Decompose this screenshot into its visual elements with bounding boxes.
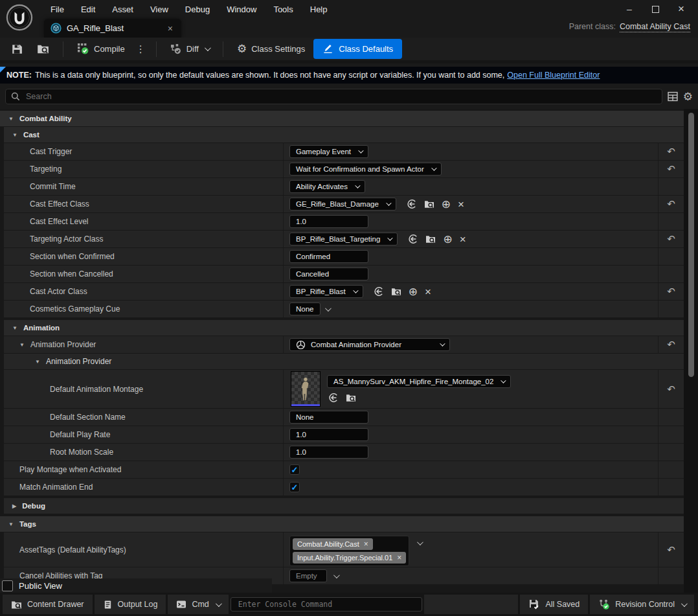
browse-to-asset-icon[interactable]	[424, 199, 434, 209]
reset-to-default-button[interactable]: ↶	[658, 283, 684, 300]
cast-effect-level-input[interactable]: 1.0	[289, 215, 368, 228]
tab-close-icon[interactable]: ×	[166, 23, 175, 34]
revision-control-icon	[598, 599, 610, 610]
minimize-button[interactable]: –	[616, 0, 642, 18]
reset-to-default-button[interactable]: ↶	[658, 143, 684, 160]
compile-options-icon[interactable]: ⋮	[133, 43, 148, 55]
gameplay-tag-container[interactable]: Combat.Ability.Cast× Input.Ability.Trigg…	[289, 536, 409, 566]
property-row-section-when-confirmed: Section when Confirmed Confirmed	[4, 248, 684, 265]
add-element-icon[interactable]: ⊕	[409, 286, 418, 297]
maximize-button[interactable]	[642, 0, 668, 18]
all-saved-indicator[interactable]: All Saved	[520, 595, 588, 614]
public-view-checkbox[interactable]	[2, 580, 13, 591]
gameplay-tag-chip[interactable]: Input.Ability.Trigger.Special.01×	[293, 552, 406, 564]
subsection-animation-provider[interactable]: ▼ Animation Provider	[4, 354, 684, 369]
clear-icon[interactable]: ×	[458, 199, 464, 210]
menu-file[interactable]: File	[43, 1, 72, 17]
class-defaults-button[interactable]: Class Defaults	[313, 39, 402, 59]
clear-icon[interactable]: ×	[460, 234, 466, 245]
scrollbar-thumb[interactable]	[688, 113, 694, 377]
category-tags[interactable]: ▼ Tags	[0, 516, 684, 532]
property-row-commit-time: Commit Time Ability Activates	[4, 178, 684, 195]
chevron-down-icon[interactable]	[324, 305, 331, 312]
commit-time-dropdown[interactable]: Ability Activates	[289, 180, 365, 193]
cancel-abilities-tag-dropdown[interactable]: Empty	[289, 569, 327, 582]
browse-to-asset-icon[interactable]	[425, 234, 436, 244]
property-label: Section when Confirmed	[4, 252, 283, 261]
menu-window[interactable]: Window	[219, 1, 264, 17]
cosmetics-gameplay-cue-dropdown[interactable]: None	[289, 302, 321, 315]
reset-to-default-button[interactable]: ↶	[658, 370, 684, 408]
use-selected-asset-icon[interactable]	[407, 199, 417, 209]
search-box[interactable]	[5, 89, 662, 104]
open-full-blueprint-editor-link[interactable]: Open Full Blueprint Editor	[507, 71, 600, 80]
match-animation-end-checkbox[interactable]: ✓	[289, 482, 300, 492]
menu-tools[interactable]: Tools	[265, 1, 300, 17]
browse-to-asset-icon[interactable]	[346, 393, 356, 403]
class-settings-button[interactable]: ⚙ Class Settings	[231, 40, 311, 58]
chevron-down-icon[interactable]	[333, 572, 340, 578]
property-label: Match Animation End	[4, 483, 283, 492]
menu-edit[interactable]: Edit	[73, 1, 103, 17]
default-animation-montage-dropdown[interactable]: AS_MannySurv_AKM_Hipfire_Fire_Montage_02	[327, 375, 511, 388]
display-filter-icon[interactable]	[668, 91, 678, 102]
parent-class-link[interactable]: Combat Ability Cast	[620, 22, 690, 32]
montage-thumbnail[interactable]	[291, 371, 321, 407]
reset-to-default-button[interactable]: ↶	[658, 336, 684, 353]
console-command-input[interactable]	[237, 599, 416, 610]
tab-strip: GA_Rifle_Blast × Parent class: Combat Ab…	[0, 18, 698, 38]
section-when-confirmed-input[interactable]: Confirmed	[289, 250, 368, 263]
browse-asset-button[interactable]	[31, 39, 55, 59]
gameplay-tag-chip[interactable]: Combat.Ability.Cast×	[293, 538, 373, 550]
use-selected-asset-icon[interactable]	[408, 234, 418, 244]
search-input[interactable]	[25, 91, 657, 102]
category-combat-ability[interactable]: ▼ Combat Ability	[0, 111, 684, 126]
use-selected-asset-icon[interactable]	[328, 393, 339, 403]
details-scrollbar[interactable]	[684, 109, 698, 593]
property-row-root-motion-scale: Root Motion Scale 1.0	[4, 444, 684, 461]
cast-effect-class-dropdown[interactable]: GE_Rifle_Blast_Damage	[289, 198, 396, 211]
output-log-button[interactable]: Output Log	[95, 595, 166, 614]
default-section-name-input[interactable]: None	[289, 411, 368, 424]
section-when-cancelled-input[interactable]: Cancelled	[289, 268, 368, 280]
close-button[interactable]: ×	[668, 0, 694, 18]
reset-to-default-button[interactable]: ↶	[658, 161, 684, 177]
cmd-selector[interactable]: Cmd	[168, 595, 228, 614]
remove-tag-icon[interactable]: ×	[397, 553, 401, 562]
add-element-icon[interactable]: ⊕	[443, 234, 452, 245]
root-motion-scale-input[interactable]: 1.0	[289, 446, 368, 459]
reset-to-default-button[interactable]: ↶	[658, 231, 684, 247]
menu-help[interactable]: Help	[302, 1, 335, 17]
menu-asset[interactable]: Asset	[104, 1, 141, 17]
remove-tag-icon[interactable]: ×	[364, 540, 368, 549]
default-play-rate-input[interactable]: 1.0	[289, 428, 368, 441]
menu-view[interactable]: View	[142, 1, 176, 17]
animation-provider-dropdown[interactable]: Combat Animation Provider	[289, 338, 450, 351]
add-element-icon[interactable]: ⊕	[442, 199, 451, 210]
targeting-actor-class-dropdown[interactable]: BP_Rifle_Blast_Targeting	[289, 233, 398, 245]
revision-control-button[interactable]: Revision Control	[590, 595, 694, 614]
clear-icon[interactable]: ×	[425, 286, 431, 297]
save-button[interactable]	[5, 40, 28, 59]
details-panel: ▼ Combat Ability ▼ Cast Cast Trigger Gam…	[0, 109, 698, 593]
section-debug[interactable]: ▶ Debug	[4, 498, 684, 514]
chevron-down-icon[interactable]	[417, 539, 423, 545]
cast-actor-class-dropdown[interactable]: BP_Rifle_Blast	[289, 285, 363, 298]
tab-ga-rifle-blast[interactable]: GA_Rifle_Blast ×	[44, 19, 181, 38]
diff-button[interactable]: Diff	[164, 40, 215, 59]
section-cast[interactable]: ▼ Cast	[4, 127, 684, 143]
unreal-logo-icon	[5, 3, 34, 32]
browse-to-asset-icon[interactable]	[391, 286, 401, 297]
content-drawer-button[interactable]: Content Drawer	[3, 595, 93, 614]
reset-to-default-button[interactable]: ↶	[658, 196, 684, 212]
console-command-box[interactable]	[231, 597, 422, 611]
reset-to-default-button[interactable]: ↶	[658, 532, 684, 567]
targeting-dropdown[interactable]: Wait for Confirmation and Spawn Actor	[289, 163, 442, 176]
settings-gear-icon[interactable]: ⚙	[683, 91, 693, 102]
play-montage-checkbox[interactable]: ✓	[289, 464, 300, 475]
compile-button[interactable]: Compile	[71, 39, 131, 59]
menu-debug[interactable]: Debug	[177, 1, 218, 17]
section-animation[interactable]: ▼ Animation	[4, 320, 684, 336]
use-selected-asset-icon[interactable]	[374, 286, 384, 297]
cast-trigger-dropdown[interactable]: Gameplay Event	[289, 145, 368, 158]
